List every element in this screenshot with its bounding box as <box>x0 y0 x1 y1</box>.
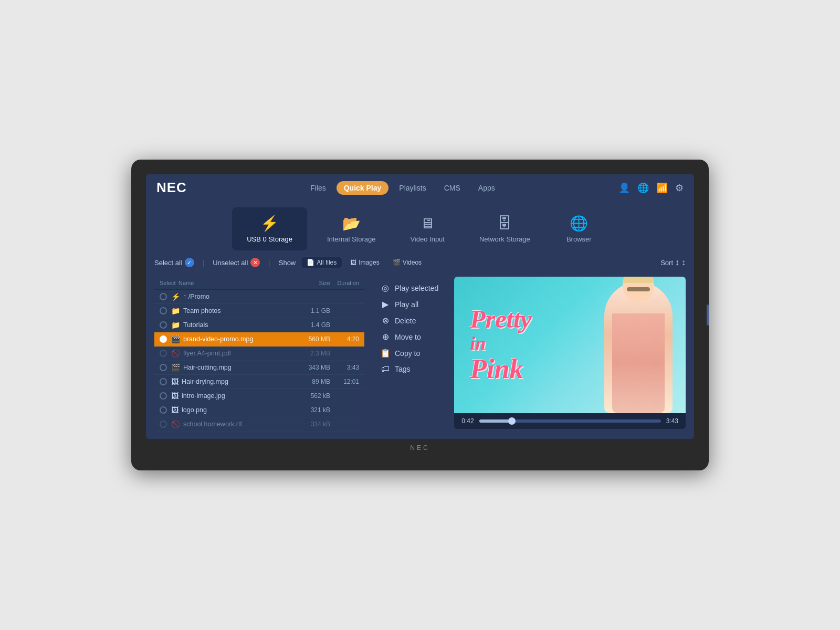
x-circle-icon: ✕ <box>250 258 260 267</box>
file-row-logo[interactable]: 🖼 logo.png 321 kB <box>154 403 364 417</box>
video-preview: Pretty in Pink <box>454 277 686 413</box>
sort-asc-icon[interactable]: ↕ <box>675 258 679 267</box>
display-icon: 🖥 <box>420 215 435 232</box>
nav-files[interactable]: Files <box>303 181 333 195</box>
storage-network[interactable]: 🗄 Network Storage <box>465 207 545 250</box>
tv-monitor: NEC Files Quick Play Playlists CMS Apps … <box>131 160 709 470</box>
video-icon-filter: 🎬 <box>393 259 401 266</box>
file-size-flyer: 2.3 MB <box>288 350 330 357</box>
file-name-hair-cutting: Hair-cutting.mpg <box>183 364 288 371</box>
header: NEC Files Quick Play Playlists CMS Apps … <box>146 174 694 201</box>
videos-label: Videos <box>403 259 422 266</box>
col-header-size: Size <box>288 280 330 286</box>
file-toolbar: Select all ✓ | Unselect all ✕ | Show 📄 A… <box>146 255 694 272</box>
file-row-intro-image[interactable]: 🖼 intro-image.jpg 562 kB <box>154 389 364 403</box>
file-name-school-hw: school homework.rtf <box>183 421 288 428</box>
file-icon-filter: 📄 <box>307 259 314 266</box>
select-all-button[interactable]: Select all ✓ <box>154 258 194 267</box>
file-radio-school-hw <box>160 421 167 428</box>
sort-desc-icon[interactable]: ↕ <box>681 258 686 267</box>
show-label: Show <box>279 259 296 267</box>
nav-playlists[interactable]: Playlists <box>392 181 433 195</box>
file-row-flyer[interactable]: 🚫 flyer A4-print.pdf 2.3 MB <box>154 346 364 361</box>
globe-icon[interactable]: 🌐 <box>637 182 649 194</box>
file-size-tutorials: 1.4 GB <box>288 321 330 329</box>
nav-quickplay[interactable]: Quick Play <box>337 181 389 195</box>
progress-bar[interactable] <box>479 419 661 423</box>
file-name-intro: intro-image.jpg <box>182 392 288 400</box>
file-radio-promo <box>160 293 167 300</box>
file-name-logo: logo.png <box>182 406 288 414</box>
play-all-label: Play all <box>395 300 418 309</box>
tags-icon: 🏷 <box>380 364 391 374</box>
file-radio-brand-video <box>160 335 167 343</box>
play-selected-button[interactable]: ◎ Play selected <box>380 283 438 293</box>
storage-internal[interactable]: 📂 Internal Storage <box>312 207 391 250</box>
file-row-promo-dir[interactable]: ⚡ ↑ /Promo <box>154 290 364 304</box>
file-name-hair-drying: Hair-drying.mpg <box>182 378 288 385</box>
select-all-label: Select all <box>154 259 182 267</box>
file-radio-intro-image <box>160 392 167 400</box>
file-size-hair-cutting: 343 MB <box>288 364 330 371</box>
wifi-icon[interactable]: 📶 <box>656 182 668 194</box>
video-preview-panel: Pretty in Pink <box>454 277 686 432</box>
storage-browser[interactable]: 🌐 Browser <box>550 207 608 250</box>
browser-label: Browser <box>566 235 592 243</box>
video-icon-hair-cutting: 🎬 <box>171 363 180 372</box>
col-header-duration: Duration <box>330 280 359 286</box>
usb-icon: ⚡ <box>260 215 279 232</box>
file-row-hair-drying[interactable]: 🖼 Hair-drying.mpg 89 MB 12:01 <box>154 375 364 389</box>
unselect-all-button[interactable]: Unselect all ✕ <box>213 258 260 267</box>
user-icon[interactable]: 👤 <box>618 182 630 194</box>
file-row-brand-video[interactable]: 🎬 brand-video-promo.mpg 560 MB 4:20 <box>154 332 364 346</box>
delete-icon: ⊗ <box>380 316 391 326</box>
copy-to-button[interactable]: 📋 Copy to <box>380 348 438 358</box>
tags-button[interactable]: 🏷 Tags <box>380 364 438 374</box>
storage-video-input[interactable]: 🖥 Video Input <box>395 207 459 250</box>
filter-videos[interactable]: 🎬 Videos <box>387 257 427 268</box>
file-radio-logo <box>160 406 167 414</box>
folder-open-icon: 📂 <box>342 215 361 232</box>
filter-all-files[interactable]: 📄 All files <box>301 257 342 268</box>
progress-fill <box>479 419 512 423</box>
file-row-school-hw[interactable]: 🚫 school homework.rtf 334 kB <box>154 417 364 432</box>
time-total: 3:43 <box>666 417 678 425</box>
file-list-header: Select Name Size Duration <box>154 277 364 290</box>
copy-to-icon: 📋 <box>380 348 391 358</box>
file-radio-flyer <box>160 350 167 357</box>
storage-usb[interactable]: ⚡ USB 0 Storage <box>232 207 307 250</box>
file-size-school-hw: 334 kB <box>288 421 330 428</box>
progress-thumb[interactable] <box>508 417 516 425</box>
main-nav: Files Quick Play Playlists CMS Apps <box>303 181 502 195</box>
file-dur-hair-cutting: 3:43 <box>330 364 359 371</box>
usb-label: USB 0 Storage <box>247 235 292 243</box>
col-header-name: Name <box>178 280 288 286</box>
browser-icon: 🌐 <box>570 215 588 232</box>
file-name-promo: ↑ /Promo <box>183 293 288 300</box>
file-name-tutorials: Tutorials <box>183 321 288 329</box>
file-size-hair-drying: 89 MB <box>288 378 330 385</box>
file-row-team-photos[interactable]: 📁 Team photos 1.1 GB <box>154 304 364 318</box>
nav-apps[interactable]: Apps <box>471 181 502 195</box>
file-size-brand: 560 MB <box>288 335 330 343</box>
file-dur-hair-drying: 12:01 <box>330 378 359 385</box>
file-size-intro: 562 kB <box>288 392 330 400</box>
pdf-blocked-icon: 🚫 <box>171 349 180 358</box>
move-to-button[interactable]: ⊕ Move to <box>380 332 438 342</box>
settings-icon[interactable]: ⚙ <box>675 182 684 194</box>
images-label: Images <box>359 259 379 266</box>
play-all-button[interactable]: ▶ Play all <box>380 299 438 309</box>
file-panel: Select Name Size Duration ⚡ ↑ /Promo 📁 <box>154 277 364 432</box>
video-icon-brand: 🎬 <box>171 335 180 343</box>
time-current: 0:42 <box>461 417 474 425</box>
file-row-tutorials[interactable]: 📁 Tutorials 1.4 GB <box>154 318 364 332</box>
copy-to-label: Copy to <box>395 349 420 358</box>
file-radio-hair-drying <box>160 378 167 385</box>
nav-cms[interactable]: CMS <box>437 181 468 195</box>
file-radio-team <box>160 307 167 314</box>
file-row-hair-cutting[interactable]: 🎬 Hair-cutting.mpg 343 MB 3:43 <box>154 361 364 375</box>
image-video-icon: 🖼 <box>171 377 178 386</box>
file-size-logo: 321 kB <box>288 406 330 414</box>
delete-button[interactable]: ⊗ Delete <box>380 316 438 326</box>
filter-images[interactable]: 🖼 Images <box>345 257 384 268</box>
